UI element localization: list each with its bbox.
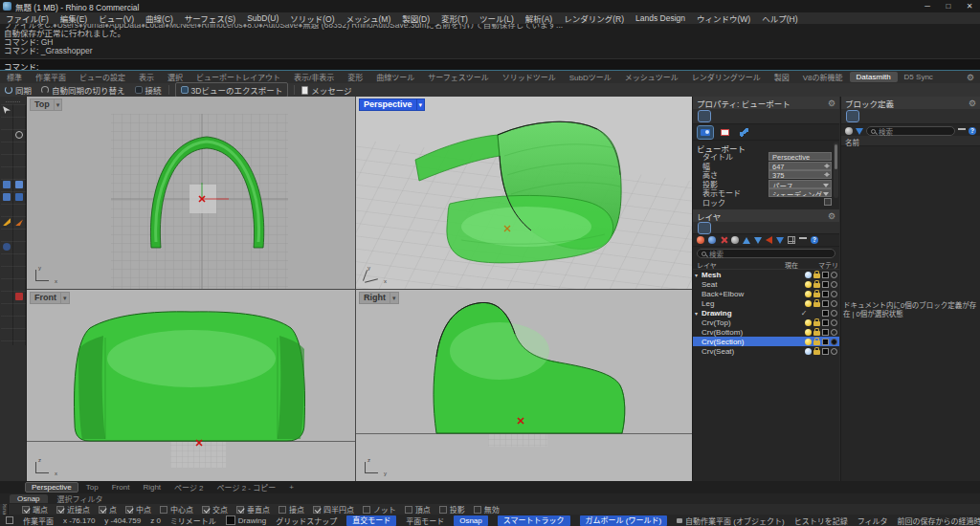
tab-object-properties[interactable] — [699, 111, 710, 121]
layer-lock-icon[interactable] — [813, 321, 820, 326]
layer-material-icon[interactable] — [831, 339, 837, 345]
circle-tool-icon[interactable] — [15, 131, 23, 139]
columns-icon[interactable] — [788, 236, 795, 244]
block-filter-icon[interactable] — [856, 128, 863, 135]
toolbar-tab[interactable]: 曲線ツール — [369, 71, 421, 83]
status-item[interactable]: y -404.759 — [104, 516, 141, 525]
status-item[interactable]: ミリメートル — [170, 515, 216, 526]
osnap-checkbox[interactable] — [125, 506, 133, 514]
sync-button[interactable]: 同期 — [0, 83, 36, 97]
toolbar-tab[interactable]: 製図 — [768, 71, 796, 83]
page-tab[interactable]: Top — [80, 483, 104, 492]
toolbar-tab[interactable]: V8の新機能 — [796, 71, 850, 83]
toolbar-gear-icon[interactable]: ⚙ — [967, 73, 974, 82]
status-item[interactable]: 直交モード — [346, 515, 396, 526]
viewport-menu-icon[interactable]: ▾ — [417, 99, 426, 111]
toolbar-tab[interactable]: ソリッドツール — [496, 71, 563, 83]
block-menu-icon[interactable] — [958, 128, 966, 130]
osnap-checkbox[interactable] — [56, 506, 64, 514]
palette-drag-handle[interactable] — [6, 98, 20, 102]
tab-block-colors[interactable] — [881, 111, 893, 121]
status-item[interactable]: Osnap — [454, 515, 488, 526]
osnap-option[interactable]: 無効 — [474, 504, 500, 515]
viewport-menu-icon[interactable]: ▾ — [390, 292, 399, 304]
solid-tool-icon[interactable] — [3, 193, 11, 201]
layer-name[interactable]: Crv(Seat) — [702, 347, 790, 356]
surface-tool-icon[interactable] — [3, 181, 11, 188]
message-button[interactable]: メッセージ — [297, 83, 356, 97]
page-tab[interactable]: Perspective — [25, 482, 78, 493]
layer-name[interactable]: Crv(Bottom) — [702, 328, 790, 337]
menu-item[interactable]: ウィンドウ(W) — [691, 12, 756, 24]
toolbar-tab[interactable]: SubDツール — [563, 71, 618, 83]
layer-visibility-bulb-icon[interactable] — [805, 300, 812, 307]
analyze-tool-icon[interactable] — [3, 243, 11, 251]
status-item[interactable]: z 0 — [150, 516, 161, 525]
toolbar-tab[interactable]: 標準 — [0, 71, 29, 83]
autosync-toggle-button[interactable]: 自動同期の切り替え — [36, 83, 130, 97]
osnap-option[interactable]: 垂直点 — [236, 504, 270, 515]
block-search-input[interactable]: 検索 — [866, 126, 955, 136]
osnap-checkbox[interactable] — [202, 506, 210, 514]
layer-visibility-bulb-icon[interactable] — [805, 339, 812, 345]
toolbar-tab[interactable]: 作業平面 — [29, 71, 73, 83]
layer-color-swatch[interactable] — [822, 339, 829, 345]
help-icon[interactable]: ? — [811, 236, 818, 244]
property-value[interactable]: パース — [768, 180, 832, 188]
osnap-option[interactable]: 近接点 — [56, 504, 90, 515]
move-down-icon[interactable] — [754, 237, 762, 244]
block-tools-icon[interactable] — [845, 127, 853, 135]
wallpaper-button[interactable] — [717, 126, 732, 139]
layer-material-icon[interactable] — [831, 281, 837, 288]
panel-tab[interactable]: 選択フィルタ — [50, 493, 111, 504]
command-area[interactable]: ファイルをC:¥Users¥yumai¥AppData¥Local¥McNeel… — [0, 24, 980, 71]
new-sublayer-icon[interactable] — [708, 236, 716, 244]
layer-visibility-bulb-icon[interactable] — [805, 291, 812, 297]
viewport-menu-icon[interactable]: ▾ — [61, 292, 70, 304]
tab-texture[interactable] — [750, 111, 762, 121]
tab-layer-states[interactable] — [716, 223, 727, 233]
menu-item[interactable]: 曲線(C) — [140, 12, 179, 24]
viewport-right[interactable]: Right▾ yz — [356, 290, 692, 481]
osnap-checkbox[interactable] — [313, 506, 321, 514]
menu-item[interactable]: レンダリング(R) — [558, 12, 630, 24]
menu-item[interactable]: メッシュ(M) — [341, 12, 397, 24]
layer-name[interactable]: Drawing — [702, 309, 796, 318]
property-value[interactable]: Perspective — [768, 152, 832, 161]
layer-name[interactable]: Crv(Section) — [702, 338, 790, 346]
tab-material[interactable] — [716, 111, 727, 121]
layer-color-swatch[interactable] — [822, 319, 829, 326]
layer-visibility-bulb-icon[interactable] — [805, 329, 812, 336]
osnap-checkbox[interactable] — [99, 506, 106, 514]
status-item[interactable]: ヒストリを記録 — [794, 515, 848, 526]
surface-tool-icon[interactable] — [15, 181, 23, 188]
blocks-name-column-header[interactable]: 名前 — [841, 136, 980, 146]
layer-material-icon[interactable] — [831, 348, 837, 355]
layer-color-swatch[interactable] — [822, 310, 829, 317]
layer-material-icon[interactable] — [831, 310, 837, 317]
status-item[interactable]: スマートトラック — [498, 515, 570, 526]
layer-columns-header[interactable]: レイヤ 現在 マテリ — [693, 260, 839, 270]
page-tab[interactable]: Front — [106, 483, 136, 492]
export-3d-view-button[interactable]: 3Dビューのエクスポート — [175, 82, 289, 98]
viewport-front[interactable]: Front▾ — [27, 290, 355, 481]
layer-lock-icon[interactable] — [813, 302, 820, 307]
help-icon[interactable]: ? — [969, 127, 976, 135]
menu-item[interactable]: 解析(A) — [520, 12, 558, 24]
osnap-option[interactable]: ノット — [363, 504, 396, 515]
tab-camera-layers[interactable] — [750, 223, 762, 233]
display-mode-button[interactable] — [736, 126, 751, 139]
menu-item[interactable]: ファイル(F) — [0, 12, 55, 24]
layer-color-swatch[interactable] — [822, 272, 829, 278]
osnap-checkbox[interactable] — [474, 506, 481, 514]
tab-block-edit[interactable] — [864, 111, 876, 121]
new-layer-icon[interactable] — [697, 236, 704, 244]
tab-dimension[interactable] — [768, 111, 779, 121]
panel-gear-icon[interactable]: ⚙ — [969, 99, 976, 108]
layer-color-swatch[interactable] — [822, 281, 829, 288]
layer-row[interactable]: Seat — [693, 279, 839, 289]
layer-material-icon[interactable] — [831, 291, 837, 297]
toolbar-tab[interactable]: 表示 — [132, 71, 161, 83]
expand-icon[interactable]: ▾ — [693, 272, 700, 278]
toolbar-tab[interactable]: レンダリングツール — [685, 71, 768, 83]
